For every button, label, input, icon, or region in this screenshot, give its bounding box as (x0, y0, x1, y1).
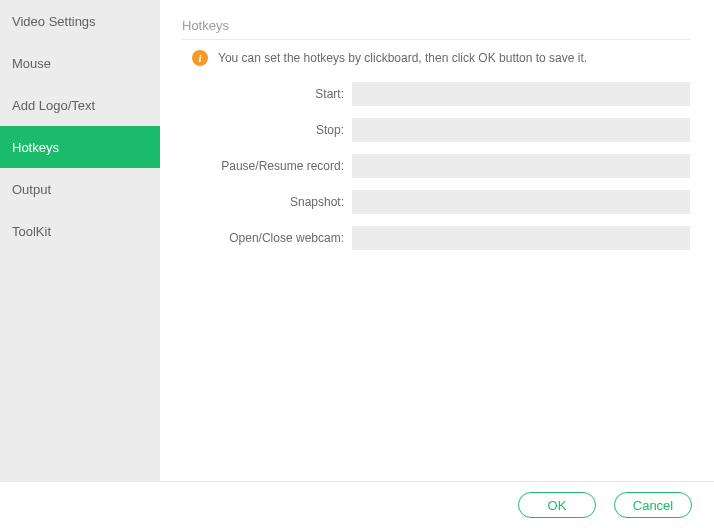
page-title: Hotkeys (182, 18, 690, 40)
sidebar-item-toolkit[interactable]: ToolKit (0, 210, 160, 252)
label-stop: Stop: (182, 123, 352, 137)
hint-text: You can set the hotkeys by clickboard, t… (218, 51, 587, 65)
row-webcam: Open/Close webcam: (182, 226, 690, 250)
row-snapshot: Snapshot: (182, 190, 690, 214)
row-start: Start: (182, 82, 690, 106)
info-icon: i (192, 50, 208, 66)
hotkeys-form: Start: Stop: Pause/Resume record: Snapsh… (182, 82, 690, 250)
label-webcam: Open/Close webcam: (182, 231, 352, 245)
footer: OK Cancel (0, 482, 714, 528)
sidebar-item-add-logo-text[interactable]: Add Logo/Text (0, 84, 160, 126)
label-pause-resume: Pause/Resume record: (182, 159, 352, 173)
app-window: Video Settings Mouse Add Logo/Text Hotke… (0, 0, 714, 528)
label-snapshot: Snapshot: (182, 195, 352, 209)
content-panel: Hotkeys i You can set the hotkeys by cli… (160, 0, 714, 481)
input-webcam[interactable] (352, 226, 690, 250)
row-pause-resume: Pause/Resume record: (182, 154, 690, 178)
row-stop: Stop: (182, 118, 690, 142)
sidebar-item-mouse[interactable]: Mouse (0, 42, 160, 84)
sidebar-item-hotkeys[interactable]: Hotkeys (0, 126, 160, 168)
sidebar: Video Settings Mouse Add Logo/Text Hotke… (0, 0, 160, 481)
input-stop[interactable] (352, 118, 690, 142)
hint-row: i You can set the hotkeys by clickboard,… (182, 50, 690, 66)
input-snapshot[interactable] (352, 190, 690, 214)
sidebar-item-video-settings[interactable]: Video Settings (0, 0, 160, 42)
ok-button[interactable]: OK (518, 492, 596, 518)
input-start[interactable] (352, 82, 690, 106)
cancel-button[interactable]: Cancel (614, 492, 692, 518)
main-area: Video Settings Mouse Add Logo/Text Hotke… (0, 0, 714, 482)
sidebar-item-output[interactable]: Output (0, 168, 160, 210)
input-pause-resume[interactable] (352, 154, 690, 178)
label-start: Start: (182, 87, 352, 101)
